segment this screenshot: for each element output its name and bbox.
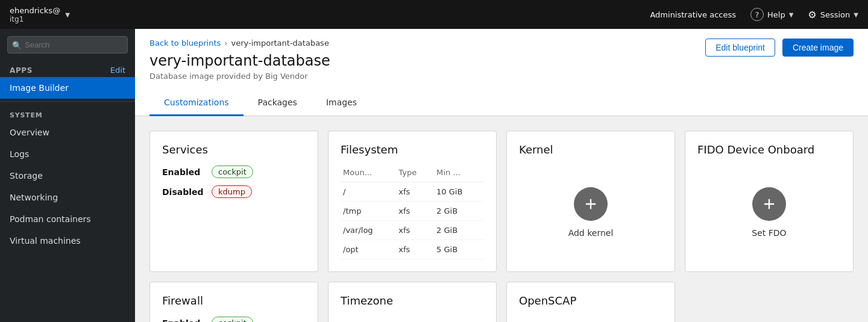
breadcrumb-separator: › — [224, 39, 227, 48]
fido-card: FIDO Device Onboard Set FDO — [685, 131, 854, 272]
sidebar-divider — [0, 101, 135, 102]
sidebar-item-overview[interactable]: Overview — [0, 122, 135, 143]
table-row: / xfs 10 GiB — [341, 182, 484, 202]
sidebar-item-label: Overview — [10, 128, 49, 137]
add-kernel-label: Add kernel — [568, 228, 614, 238]
kernel-card-center: Add kernel — [519, 166, 662, 259]
fido-card-title: FIDO Device Onboard — [697, 143, 841, 156]
system-section-label: System — [0, 104, 135, 122]
session-label: Session — [820, 10, 851, 19]
mount-cell: /opt — [341, 240, 396, 259]
sidebar-item-label: Image Builder — [10, 83, 69, 93]
enabled-label: Enabled — [162, 167, 204, 177]
firewall-card-title: Firewall — [162, 294, 306, 307]
apps-label: Apps — [10, 66, 33, 75]
sidebar-item-storage[interactable]: Storage — [0, 165, 135, 187]
firewall-enabled-row: Enabled cockpit — [162, 317, 306, 322]
search-area: 🔍 — [0, 29, 135, 61]
sidebar-item-logs[interactable]: Logs — [0, 143, 135, 165]
type-cell: xfs — [396, 221, 434, 240]
col-type: Type — [396, 166, 434, 182]
breadcrumb-back-link[interactable]: Back to blueprints — [149, 39, 221, 48]
search-input[interactable] — [7, 36, 128, 54]
col-mount: Moun... — [341, 166, 396, 182]
services-card-title: Services — [162, 143, 306, 156]
sidebar-item-vms[interactable]: Virtual machines — [0, 230, 135, 252]
apps-row: Apps Edit — [0, 61, 135, 77]
sidebar: 🔍 Apps Edit Image Builder System Overvie… — [0, 29, 135, 322]
create-image-button[interactable]: Create image — [782, 39, 854, 57]
size-cell: 5 GiB — [434, 240, 484, 259]
table-row: /tmp xfs 2 GiB — [341, 202, 484, 221]
set-fdo-label: Set FDO — [752, 228, 786, 238]
gear-icon: ⚙ — [808, 9, 816, 20]
page-title: very-important-database — [149, 52, 330, 69]
tab-packages[interactable]: Packages — [244, 90, 312, 116]
openscap-card: OpenSCAP — [506, 282, 675, 322]
help-icon: ? — [750, 8, 764, 21]
edit-blueprint-button[interactable]: Edit blueprint — [705, 39, 775, 57]
set-fdo-button[interactable] — [752, 187, 786, 221]
user-chevron-icon: ▼ — [65, 11, 70, 18]
sidebar-item-networking[interactable]: Networking — [0, 187, 135, 208]
filesystem-card: Filesystem Moun... Type Min ... / xfs 10… — [328, 131, 497, 272]
firewall-enabled-tag: cockpit — [212, 317, 253, 322]
grid-content: Services Enabled cockpit Disabled kdump … — [135, 116, 868, 322]
header-actions: Edit blueprint Create image — [705, 39, 854, 57]
plus-icon — [582, 196, 599, 212]
user-menu[interactable]: ehendricks@ itg1 ▼ — [10, 6, 70, 23]
kernel-card-title: Kernel — [519, 143, 662, 156]
disabled-service-row: Disabled kdump — [162, 185, 306, 198]
type-cell: xfs — [396, 202, 434, 221]
page-header-row: Back to blueprints › very-important-data… — [149, 39, 854, 81]
size-cell: 2 GiB — [434, 221, 484, 240]
firewall-enabled-label: Enabled — [162, 318, 204, 323]
sidebar-item-label: Logs — [10, 149, 29, 159]
sidebar-item-label: Podman containers — [10, 214, 91, 224]
timezone-card-title: Timezone — [341, 294, 484, 307]
main-layout: 🔍 Apps Edit Image Builder System Overvie… — [0, 29, 868, 322]
breadcrumb: Back to blueprints › very-important-data… — [149, 39, 330, 48]
fido-card-center: Set FDO — [697, 166, 841, 259]
brand-area: ehendricks@ itg1 ▼ — [10, 6, 70, 23]
session-chevron-icon: ▼ — [854, 11, 858, 18]
admin-access-label: Administrative access — [650, 10, 736, 19]
plus-icon — [761, 196, 778, 212]
tabs-bar: Customizations Packages Images — [135, 90, 868, 116]
breadcrumb-current: very-important-database — [231, 39, 329, 48]
help-menu[interactable]: ? Help ▼ — [750, 8, 793, 21]
filesystem-card-title: Filesystem — [341, 143, 484, 156]
sidebar-item-image-builder[interactable]: Image Builder — [0, 77, 135, 99]
session-menu[interactable]: ⚙ Session ▼ — [808, 9, 858, 20]
content-header: Back to blueprints › very-important-data… — [135, 29, 868, 81]
top-nav-right: Administrative access ? Help ▼ ⚙ Session… — [650, 8, 858, 21]
disabled-label: Disabled — [162, 187, 204, 197]
sidebar-item-label: Networking — [10, 193, 58, 202]
type-cell: xfs — [396, 182, 434, 202]
content-area: Back to blueprints › very-important-data… — [135, 29, 868, 322]
mount-cell: /tmp — [341, 202, 396, 221]
openscap-card-title: OpenSCAP — [519, 294, 662, 307]
page-subtitle: Database image provided by Big Vendor — [149, 72, 330, 81]
timezone-card: Timezone — [328, 282, 497, 322]
filesystem-table: Moun... Type Min ... / xfs 10 GiB /tmp x… — [341, 166, 484, 259]
disabled-tag: kdump — [212, 185, 252, 198]
help-chevron-icon: ▼ — [789, 11, 794, 18]
add-kernel-button[interactable] — [574, 187, 608, 221]
sidebar-item-label: Storage — [10, 171, 43, 181]
table-row: /var/log xfs 2 GiB — [341, 221, 484, 240]
tab-customizations[interactable]: Customizations — [149, 90, 244, 116]
search-icon: 🔍 — [12, 40, 22, 49]
type-cell: xfs — [396, 240, 434, 259]
orgname: itg1 — [10, 15, 60, 23]
table-row: /opt xfs 5 GiB — [341, 240, 484, 259]
firewall-card: Firewall Enabled cockpit — [149, 282, 318, 322]
sidebar-item-podman[interactable]: Podman containers — [0, 208, 135, 230]
tab-images[interactable]: Images — [312, 90, 371, 116]
col-min: Min ... — [434, 166, 484, 182]
top-navigation: ehendricks@ itg1 ▼ Administrative access… — [0, 0, 868, 29]
mount-cell: /var/log — [341, 221, 396, 240]
enabled-tag: cockpit — [212, 166, 253, 178]
mount-cell: / — [341, 182, 396, 202]
apps-edit-link[interactable]: Edit — [110, 66, 125, 75]
